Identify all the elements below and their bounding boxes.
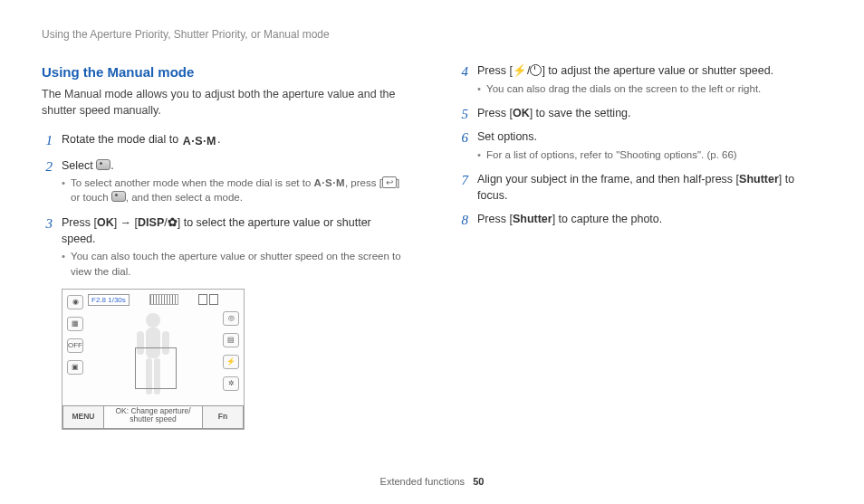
histogram-icon [149,294,178,305]
step-number: 6 [457,128,468,147]
step-6: 6 Set options. For a list of options, re… [457,128,822,166]
step-number: 4 [457,62,468,81]
exposure-readout: F2.8 1/30s [88,294,130,307]
step-8: 8 Press [Shutter] to capture the photo. [457,211,822,229]
step-3: 3 Press [OK] → [DISP/✿] to select the ap… [42,214,407,283]
svg-point-0 [146,313,160,328]
mode-dial-icon [96,159,110,170]
footer-section: Extended functions [380,476,466,487]
mode-dial-icon [111,191,126,202]
page-footer: Extended functions 50 [0,475,864,490]
section-title: Using the Manual mode [42,62,407,82]
ok-icon: OK [513,107,530,119]
drive-icon: ▦ [67,317,83,331]
shutter-label: Shutter [513,213,552,225]
lcd-hint: OK: Change aperture/ shutter speed [104,405,202,429]
step-3-note: You can also touch the aperture value or… [62,249,407,279]
fn-soft-button: Fn [202,405,244,429]
step-text: Set options. [477,128,822,145]
shutter-label: Shutter [739,173,779,185]
flash-icon: ⚡ [513,64,527,77]
grid-icon: ▤ [223,333,239,347]
flash-off-icon: ⚡ [223,355,239,369]
step-6-note: For a list of options, refer to "Shootin… [477,147,822,163]
off-icon: OFF [67,338,83,353]
timer-icon [530,64,542,76]
section-intro: The Manual mode allows you to adjust bot… [42,86,407,119]
step-4-note: You can also drag the dials on the scree… [477,81,822,97]
right-column: 4 Press [⚡/] to adjust the aperture valu… [457,62,822,429]
asm-icon: A·S·M [183,133,216,149]
step-4: 4 Press [⚡/] to adjust the aperture valu… [457,62,822,100]
focus-frame [135,347,177,389]
breadcrumb: Using the Aperture Priority, Shutter Pri… [42,27,822,43]
step-text: Select [62,159,96,172]
step-number: 8 [457,211,468,229]
step-2: 2 Select . To select another mode when t… [42,157,407,209]
step-number: 2 [42,157,53,176]
step-number: 7 [457,171,468,189]
step-number: 1 [42,131,53,149]
focus-icon: ▣ [67,360,83,375]
step-number: 5 [457,105,468,123]
menu-soft-button: MENU [62,405,104,429]
disp-icon: DISP [138,216,164,229]
macro-icon: ✿ [168,216,178,229]
left-column: Using the Manual mode The Manual mode al… [42,62,407,429]
step-text: Rotate the mode dial to [62,133,182,146]
step-7: 7 Align your subject in the frame, and t… [457,171,822,205]
back-button-icon: ↩ [382,176,397,188]
step-5: 5 Press [OK] to save the setting. [457,105,822,123]
ok-icon: OK [97,216,114,229]
target-icon: ◎ [223,311,239,326]
step-2-note: To select another mode when the mode dia… [62,176,407,205]
step-1: 1 Rotate the mode dial to A·S·M. [42,131,407,151]
settings-icon: ✲ [223,376,239,391]
battery-icon [198,294,218,305]
step-number: 3 [42,214,53,233]
mode-icon: ◉ [67,295,83,309]
asm-icon: A·S·M [314,177,345,188]
page-number: 50 [473,476,484,487]
camera-screen-illustration: ◉ ▦ OFF ▣ ◎ ▤ ⚡ ✲ F2.8 1/30s [62,289,245,430]
